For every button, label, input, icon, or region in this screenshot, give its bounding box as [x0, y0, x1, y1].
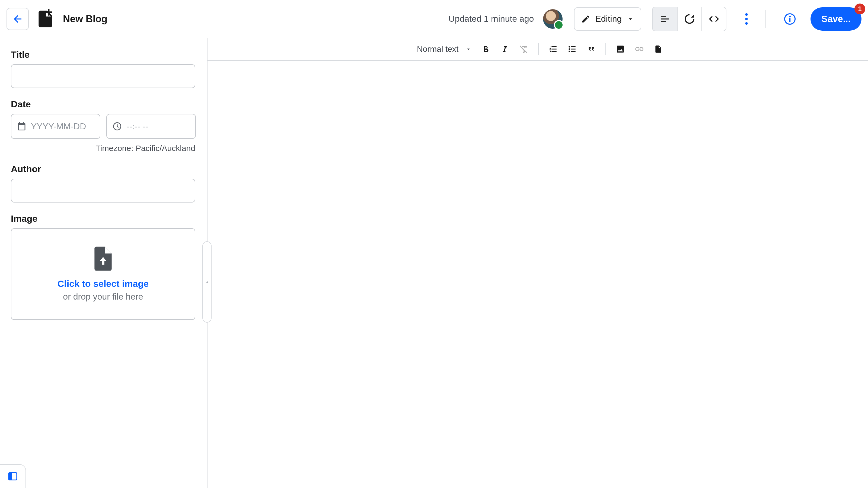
more-menu-button[interactable]: [738, 10, 755, 28]
save-button-label: Save...: [822, 13, 850, 24]
metadata-sidebar: Title Date YYYY-MM-DD --:-- -- Timezone:…: [0, 38, 208, 488]
header-divider: [766, 10, 766, 28]
editing-mode-label: Editing: [595, 14, 622, 24]
time-placeholder: --:-- --: [126, 122, 149, 131]
title-field: Title: [11, 50, 196, 88]
chevron-down-icon: [627, 15, 634, 23]
svg-point-13: [569, 51, 570, 52]
svg-point-2: [745, 13, 748, 16]
updated-status: Updated 1 minute ago: [448, 14, 534, 24]
app-header: New Blog Updated 1 minute ago Editing Sa…: [0, 0, 868, 38]
svg-point-11: [569, 46, 570, 48]
view-code-button[interactable]: [702, 7, 726, 31]
svg-rect-7: [789, 18, 791, 22]
new-document-icon: [35, 9, 55, 29]
data-sync-icon: [684, 13, 695, 25]
info-button[interactable]: [781, 10, 799, 28]
panel-tab-button[interactable]: [0, 464, 26, 488]
chevron-down-icon: [465, 46, 471, 52]
editor-toolbar: Normal text: [208, 38, 868, 61]
title-label: Title: [11, 50, 196, 60]
file-upload-icon: [93, 247, 113, 271]
date-placeholder: YYYY-MM-DD: [31, 122, 86, 131]
image-label: Image: [11, 214, 196, 224]
svg-point-6: [789, 16, 791, 18]
chevron-left-icon: ◂: [206, 279, 208, 285]
date-input[interactable]: YYYY-MM-DD: [11, 114, 100, 139]
insert-link-button[interactable]: [631, 41, 648, 57]
timezone-text: Timezone: Pacific/Auckland: [11, 144, 195, 153]
author-label: Author: [11, 164, 196, 174]
snippet-icon: [654, 45, 663, 54]
insert-snippet-button[interactable]: [650, 41, 667, 57]
clear-format-icon: [519, 44, 528, 54]
calendar-icon: [17, 122, 27, 131]
unordered-list-button[interactable]: [564, 41, 581, 57]
author-input[interactable]: [11, 178, 195, 202]
sidebar-resize-handle[interactable]: ◂: [203, 241, 212, 323]
editor-canvas[interactable]: [208, 61, 868, 488]
title-input[interactable]: [11, 64, 195, 88]
code-icon: [708, 13, 720, 25]
svg-rect-1: [45, 11, 52, 13]
bold-button[interactable]: [477, 41, 494, 57]
svg-rect-10: [9, 473, 12, 480]
arrow-left-icon: [12, 13, 23, 25]
text-style-select[interactable]: Normal text: [413, 44, 475, 54]
clear-format-button[interactable]: [516, 41, 532, 57]
toolbar-divider: [606, 43, 606, 55]
svg-point-12: [569, 48, 570, 50]
italic-button[interactable]: [496, 41, 513, 57]
save-button[interactable]: Save... 1: [810, 7, 862, 31]
time-input[interactable]: --:-- --: [106, 114, 196, 139]
info-icon: [784, 13, 796, 25]
ordered-list-button[interactable]: [545, 41, 561, 57]
blockquote-button[interactable]: [583, 41, 599, 57]
image-field: Image Click to select image or drop your…: [11, 214, 196, 320]
view-data-button[interactable]: [677, 7, 702, 31]
quote-icon: [586, 44, 596, 54]
more-vertical-icon: [745, 13, 748, 25]
link-icon: [634, 44, 644, 54]
toolbar-divider: [538, 43, 539, 55]
user-avatar[interactable]: [543, 9, 563, 29]
text-style-label: Normal text: [417, 44, 458, 54]
insert-image-button[interactable]: [612, 41, 629, 57]
pencil-icon: [581, 14, 590, 24]
dropzone-click-text: Click to select image: [58, 279, 149, 289]
unordered-list-icon: [567, 44, 577, 54]
view-switcher: [652, 7, 726, 31]
svg-point-4: [745, 22, 748, 25]
panel-icon: [7, 471, 18, 482]
editor-area: Normal text: [208, 38, 868, 488]
bold-icon: [482, 45, 490, 54]
back-button[interactable]: [6, 8, 29, 30]
clock-icon: [112, 122, 122, 131]
view-content-button[interactable]: [653, 7, 677, 31]
content-view-icon: [659, 13, 670, 24]
ordered-list-icon: [549, 44, 558, 54]
image-icon: [616, 44, 625, 54]
date-field: Date YYYY-MM-DD --:-- -- Timezone: Pacif…: [11, 99, 196, 153]
svg-point-3: [745, 18, 748, 20]
date-label: Date: [11, 99, 196, 109]
italic-icon: [501, 45, 509, 53]
page-title: New Blog: [63, 13, 107, 25]
image-dropzone[interactable]: Click to select image or drop your file …: [11, 228, 195, 320]
author-field: Author: [11, 164, 196, 202]
editing-mode-button[interactable]: Editing: [574, 7, 641, 31]
dropzone-drop-text: or drop your file here: [63, 292, 143, 302]
save-badge: 1: [855, 3, 865, 14]
